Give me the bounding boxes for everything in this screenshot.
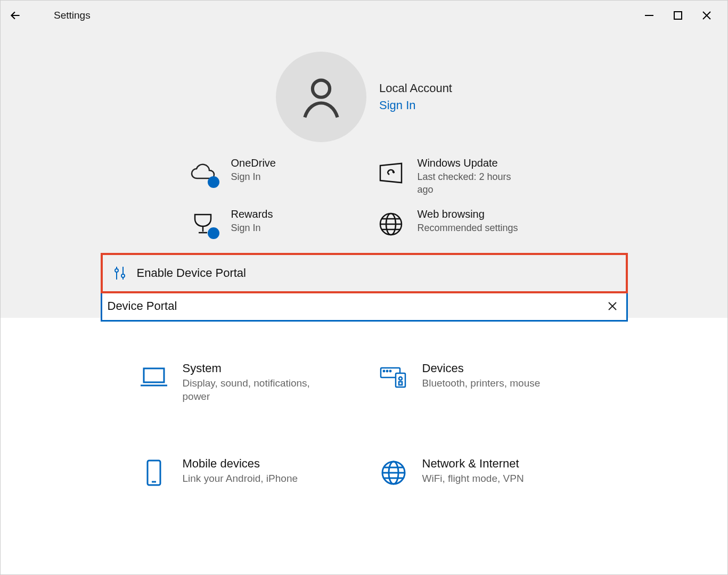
category-devices[interactable]: Devices Bluetooth, printers, mouse [378, 362, 591, 404]
avatar[interactable] [276, 52, 366, 142]
category-text: System Display, sound, notifications, po… [183, 362, 332, 404]
category-subtitle: Display, sound, notifications, power [183, 376, 332, 404]
tile-title: OneDrive [231, 157, 276, 169]
tile-subtitle: Last checked: 2 hours ago [418, 170, 529, 196]
onedrive-icon [189, 157, 220, 189]
tile-text: Rewards Sign In [231, 208, 273, 234]
status-tiles: OneDrive Sign In Windows Update Last che… [189, 157, 540, 253]
titlebar: Settings [1, 1, 727, 30]
globe-icon [378, 457, 410, 489]
category-text: Devices Bluetooth, printers, mouse [422, 362, 541, 390]
search-area: Enable Device Portal [189, 253, 540, 318]
tile-text: Web browsing Recommended settings [418, 208, 518, 234]
category-system[interactable]: System Display, sound, notifications, po… [138, 362, 351, 404]
status-dot-icon [208, 227, 219, 239]
close-icon [701, 10, 712, 21]
close-button[interactable] [700, 9, 714, 22]
tile-web-browsing[interactable]: Web browsing Recommended settings [375, 208, 540, 240]
svg-point-21 [389, 370, 390, 371]
tile-title: Rewards [231, 208, 273, 220]
category-subtitle: Link your Android, iPhone [183, 472, 298, 486]
x-icon [608, 301, 617, 311]
arrow-left-icon [9, 9, 22, 22]
tile-onedrive[interactable]: OneDrive Sign In [189, 157, 354, 196]
tile-subtitle: Recommended settings [418, 221, 518, 234]
category-subtitle: Bluetooth, printers, mouse [422, 376, 541, 390]
maximize-icon [673, 11, 683, 20]
minimize-icon [644, 11, 654, 20]
search-input[interactable] [108, 293, 604, 320]
tile-text: Windows Update Last checked: 2 hours ago [418, 157, 529, 196]
account-text: Local Account Sign In [379, 81, 452, 112]
category-text: Network & Internet WiFi, flight mode, VP… [422, 457, 524, 486]
titlebar-left: Settings [7, 7, 91, 24]
category-network[interactable]: Network & Internet WiFi, flight mode, VP… [378, 457, 591, 489]
category-mobile[interactable]: Mobile devices Link your Android, iPhone [138, 457, 351, 489]
svg-point-12 [115, 269, 118, 272]
sliders-icon [112, 266, 127, 281]
update-icon [375, 157, 407, 189]
tile-text: OneDrive Sign In [231, 157, 276, 183]
laptop-icon [138, 362, 170, 393]
window-controls [642, 9, 721, 22]
tile-subtitle: Sign In [231, 170, 276, 183]
signin-link[interactable]: Sign In [379, 98, 452, 112]
tile-rewards[interactable]: Rewards Sign In [189, 208, 354, 240]
category-title: Network & Internet [422, 457, 524, 471]
account-block: Local Account Sign In [1, 30, 727, 157]
search-suggestion-enable-device-portal[interactable]: Enable Device Portal [101, 253, 628, 293]
maximize-button[interactable] [671, 9, 685, 22]
account-section: Local Account Sign In OneDrive Sign In W… [1, 30, 727, 318]
category-title: Devices [422, 362, 541, 375]
globe-icon [375, 208, 407, 240]
categories-grid: System Display, sound, notifications, po… [138, 362, 591, 489]
tile-windows-update[interactable]: Windows Update Last checked: 2 hours ago [375, 157, 540, 196]
category-title: Mobile devices [183, 457, 298, 471]
svg-point-13 [121, 274, 125, 277]
rewards-icon [189, 208, 220, 240]
category-text: Mobile devices Link your Android, iPhone [183, 457, 298, 486]
clear-search-button[interactable] [604, 298, 621, 315]
category-title: System [183, 362, 332, 375]
svg-point-20 [386, 370, 387, 371]
tile-title: Web browsing [418, 208, 518, 220]
svg-rect-16 [144, 368, 164, 382]
category-subtitle: WiFi, flight mode, VPN [422, 472, 524, 486]
minimize-button[interactable] [642, 9, 656, 22]
window-title: Settings [54, 10, 91, 21]
svg-point-4 [313, 80, 330, 97]
svg-rect-1 [674, 12, 682, 19]
back-button[interactable] [7, 7, 24, 24]
search-box[interactable] [101, 291, 628, 322]
tile-subtitle: Sign In [231, 221, 273, 234]
search-suggestion-label: Enable Device Portal [137, 266, 246, 280]
phone-icon [138, 457, 170, 489]
svg-point-19 [383, 370, 384, 371]
devices-icon [378, 362, 410, 393]
categories-section: System Display, sound, notifications, po… [1, 318, 727, 489]
status-dot-icon [208, 176, 219, 188]
tile-title: Windows Update [418, 157, 529, 169]
user-icon [297, 72, 346, 121]
account-type-label: Local Account [379, 81, 452, 95]
